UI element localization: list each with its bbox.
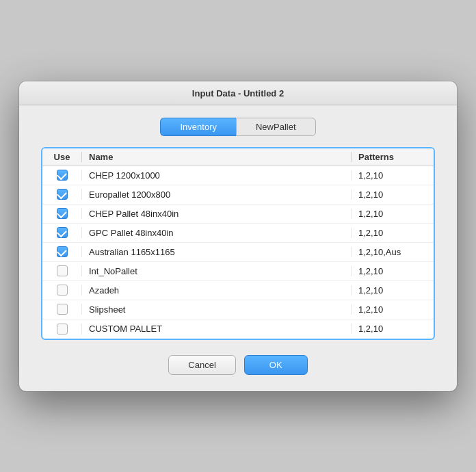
table-row: Europallet 1200x8001,2,10 (42, 185, 434, 205)
tab-newpallet[interactable]: NewPallet (236, 118, 316, 136)
checkbox-row-3[interactable] (57, 227, 68, 238)
table-row: CUSTOM PALLET1,2,10 (42, 319, 434, 339)
cell-use (42, 304, 82, 315)
tab-inventory[interactable]: Inventory (160, 118, 235, 136)
cell-use (42, 285, 82, 296)
checkbox-row-6[interactable] (57, 285, 68, 296)
checkbox-row-5[interactable] (57, 265, 68, 276)
cell-name: CUSTOM PALLET (82, 324, 352, 334)
table-row: Slipsheet1,2,10 (42, 300, 434, 319)
cell-use (42, 170, 82, 181)
input-data-dialog: Input Data - Untitled 2 Inventory NewPal… (19, 81, 457, 391)
table-row: Azadeh1,2,10 (42, 281, 434, 300)
cell-name: Australian 1165x1165 (82, 247, 352, 257)
checkbox-row-8[interactable] (57, 324, 68, 335)
cell-patterns: 1,2,10 (352, 285, 434, 296)
checkbox-row-4[interactable] (57, 246, 68, 257)
table-body: CHEP 1200x10001,2,10Europallet 1200x8001… (42, 166, 434, 339)
cell-patterns: 1,2,10 (352, 170, 434, 181)
cell-use (42, 208, 82, 219)
cell-name: CHEP Pallet 48inx40in (82, 209, 352, 219)
cell-patterns: 1,2,10 (352, 209, 434, 219)
table-row: CHEP Pallet 48inx40in1,2,10 (42, 205, 434, 224)
checkbox-row-7[interactable] (57, 304, 68, 315)
dialog-body: Inventory NewPallet Use Name Patterns CH… (19, 105, 457, 391)
table-row: Australian 1165x11651,2,10,Aus (42, 243, 434, 262)
checkbox-row-1[interactable] (57, 189, 68, 200)
table-header: Use Name Patterns (42, 148, 434, 166)
ok-button[interactable]: OK (244, 355, 308, 375)
col-header-name: Name (82, 152, 352, 162)
cell-name: GPC Pallet 48inx40in (82, 228, 352, 238)
cell-use (42, 265, 82, 276)
table-row: GPC Pallet 48inx40in1,2,10 (42, 224, 434, 243)
cell-use (42, 246, 82, 257)
dialog-title: Input Data - Untitled 2 (192, 88, 284, 99)
dialog-titlebar: Input Data - Untitled 2 (19, 81, 457, 105)
cell-use (42, 189, 82, 200)
cancel-button[interactable]: Cancel (168, 355, 235, 375)
col-header-patterns: Patterns (352, 152, 434, 162)
cell-name: Europallet 1200x800 (82, 189, 352, 200)
table-row: CHEP 1200x10001,2,10 (42, 166, 434, 185)
col-header-use: Use (42, 152, 82, 162)
cell-patterns: 1,2,10,Aus (352, 247, 434, 257)
tabs-row: Inventory NewPallet (36, 118, 440, 136)
cell-name: Slipsheet (82, 304, 352, 315)
cell-patterns: 1,2,10 (352, 266, 434, 276)
cell-patterns: 1,2,10 (352, 304, 434, 315)
cell-patterns: 1,2,10 (352, 324, 434, 334)
inventory-table: Use Name Patterns CHEP 1200x10001,2,10Eu… (41, 147, 435, 340)
cell-patterns: 1,2,10 (352, 189, 434, 200)
cell-patterns: 1,2,10 (352, 228, 434, 238)
cell-name: Azadeh (82, 285, 352, 296)
cell-use (42, 227, 82, 238)
buttons-row: Cancel OK (36, 355, 440, 378)
table-row: Int_NoPallet1,2,10 (42, 262, 434, 281)
checkbox-row-2[interactable] (57, 208, 68, 219)
cell-name: CHEP 1200x1000 (82, 170, 352, 181)
checkbox-row-0[interactable] (57, 170, 68, 181)
cell-name: Int_NoPallet (82, 266, 352, 276)
cell-use (42, 324, 82, 335)
